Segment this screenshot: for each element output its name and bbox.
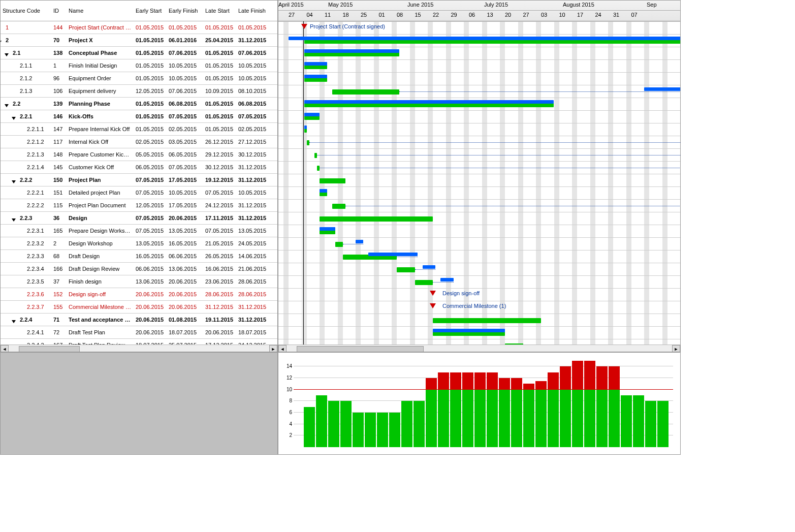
gantt-bar-late[interactable] bbox=[320, 189, 327, 193]
gantt-hscroll[interactable]: ◄ ► bbox=[278, 345, 680, 352]
table-row[interactable]: 2.2.1.1147Prepare Internal Kick Off01.05… bbox=[1, 123, 277, 136]
histogram-bar[interactable] bbox=[572, 361, 583, 447]
table-row[interactable]: 2.2.3.6152Design sign-off20.06.201520.06… bbox=[1, 288, 277, 301]
histogram-bar[interactable] bbox=[621, 395, 632, 447]
gantt-bar-late[interactable] bbox=[368, 253, 417, 256]
gantt-bar-early[interactable] bbox=[415, 280, 433, 285]
histogram-bar[interactable] bbox=[535, 381, 547, 447]
histogram-bar[interactable] bbox=[414, 401, 425, 447]
gantt-bar-late[interactable] bbox=[433, 329, 505, 332]
table-row[interactable]: 2.2.3.368Draft Design16.05.201506.06.201… bbox=[1, 250, 277, 263]
table-row[interactable]: 2.2.1.2117Internal Kick Off02.05.201503.… bbox=[1, 136, 277, 148]
task-table-body[interactable]: 1144Project Start (Contract signed)01.05… bbox=[1, 21, 277, 345]
histogram-bar[interactable] bbox=[365, 413, 376, 447]
histogram-bar[interactable] bbox=[304, 407, 315, 447]
scroll-right-icon[interactable]: ► bbox=[672, 345, 680, 353]
scroll-thumb[interactable] bbox=[19, 346, 80, 352]
table-row[interactable]: 2.2.1.4145Customer Kick Off06.05.201507.… bbox=[1, 161, 277, 174]
histogram-bar[interactable] bbox=[316, 395, 327, 447]
gantt-bar-late[interactable] bbox=[304, 126, 307, 129]
gantt-bar-late[interactable] bbox=[304, 75, 328, 78]
table-row[interactable]: 2.2.4.172Draft Test Plan20.06.201518.07.… bbox=[1, 326, 277, 339]
table-row[interactable]: 2.1.3106Equipment delivery12.05.201507.0… bbox=[1, 85, 277, 98]
table-row[interactable]: 2.2.1146Kick-Offs01.05.201507.05.201501.… bbox=[1, 110, 277, 123]
histogram-bar[interactable] bbox=[487, 372, 498, 447]
gantt-bar-early[interactable] bbox=[433, 318, 541, 323]
table-row[interactable]: 2.2.4.2167Draft Test Plan Review18.07.20… bbox=[1, 339, 277, 345]
histogram-bar[interactable] bbox=[548, 372, 559, 447]
col-late-start[interactable]: Late Start bbox=[203, 7, 236, 15]
table-row[interactable]: 2.1138Conceptual Phase01.05.201507.06.20… bbox=[1, 47, 277, 59]
histogram-bar[interactable] bbox=[474, 372, 486, 447]
gantt-bar-late[interactable] bbox=[320, 227, 335, 231]
col-id[interactable]: ID bbox=[51, 7, 67, 15]
table-row[interactable]: 2.2139Planning Phase01.05.201506.08.2015… bbox=[1, 98, 277, 110]
table-row[interactable]: 2.1.11Finish Initial Design01.05.201510.… bbox=[1, 59, 277, 72]
histogram-bar[interactable] bbox=[426, 378, 437, 447]
gantt-bar-late[interactable] bbox=[423, 265, 435, 269]
histogram-bar[interactable] bbox=[596, 366, 608, 447]
gantt-bar-early[interactable] bbox=[397, 267, 415, 272]
histogram-area[interactable] bbox=[294, 354, 673, 447]
scroll-thumb[interactable] bbox=[297, 346, 424, 352]
gantt-bar-early[interactable] bbox=[335, 242, 343, 247]
histogram-bar[interactable] bbox=[523, 384, 534, 447]
gantt-bar-early[interactable] bbox=[320, 178, 345, 183]
gantt-bar-late[interactable] bbox=[356, 240, 363, 243]
gantt-bar-early[interactable] bbox=[505, 343, 523, 345]
milestone-marker[interactable] bbox=[430, 303, 436, 308]
expand-icon[interactable] bbox=[12, 117, 16, 120]
histogram-bar[interactable] bbox=[499, 378, 510, 447]
table-row[interactable]: 270Project X01.05.201506.01.201625.04.20… bbox=[1, 34, 277, 47]
table-row[interactable]: 2.1.296Equipment Order01.05.201510.05.20… bbox=[1, 72, 277, 85]
gantt-bar-late[interactable] bbox=[440, 278, 453, 281]
gantt-bar-early[interactable] bbox=[332, 89, 399, 95]
col-name[interactable]: Name bbox=[67, 7, 134, 15]
table-row[interactable]: 2.2.2150Project Plan07.05.201517.05.2015… bbox=[1, 174, 277, 186]
gantt-bar-late[interactable] bbox=[304, 100, 554, 104]
gantt-bar-early[interactable] bbox=[314, 153, 317, 158]
histogram-bar[interactable] bbox=[657, 401, 669, 447]
expand-icon[interactable] bbox=[12, 218, 16, 222]
table-row[interactable]: 2.2.2.1151Detailed project Plan07.05.201… bbox=[1, 186, 277, 199]
table-row[interactable]: 2.2.336Design07.05.201520.06.201517.11.2… bbox=[1, 212, 277, 225]
gantt-bar-early[interactable] bbox=[307, 140, 309, 145]
task-table-hscroll[interactable]: ◄ ► bbox=[1, 345, 277, 352]
expand-icon[interactable] bbox=[5, 53, 9, 56]
col-early-finish[interactable]: Early Finish bbox=[167, 7, 203, 15]
histogram-bar[interactable] bbox=[462, 372, 473, 447]
gantt-bar-late[interactable] bbox=[304, 113, 320, 116]
gantt-bar-late[interactable] bbox=[304, 49, 400, 53]
col-early-start[interactable]: Early Start bbox=[134, 7, 167, 15]
histogram-bar[interactable] bbox=[609, 366, 620, 447]
expand-icon[interactable] bbox=[12, 180, 16, 183]
expand-icon[interactable] bbox=[5, 104, 9, 107]
histogram-bar[interactable] bbox=[328, 401, 339, 447]
histogram-bar[interactable] bbox=[340, 401, 352, 447]
histogram-bar[interactable] bbox=[511, 378, 522, 447]
scroll-right-icon[interactable]: ► bbox=[269, 345, 277, 353]
table-row[interactable]: 1144Project Start (Contract signed)01.05… bbox=[1, 21, 277, 34]
histogram-bar[interactable] bbox=[389, 413, 400, 447]
table-row[interactable]: 2.2.2.2115Project Plan Document12.05.201… bbox=[1, 199, 277, 212]
histogram-bar[interactable] bbox=[353, 413, 364, 447]
table-row[interactable]: 2.2.1.3148Prepare Customer Kick Off05.05… bbox=[1, 148, 277, 161]
table-row[interactable]: 2.2.471Test and acceptance plan20.06.201… bbox=[1, 314, 277, 326]
gantt-bar-early[interactable] bbox=[317, 166, 320, 171]
histogram-bar[interactable] bbox=[560, 366, 571, 447]
histogram-bar[interactable] bbox=[645, 401, 656, 447]
table-row[interactable]: 2.2.3.4166Draft Design Review06.06.20151… bbox=[1, 263, 277, 275]
histogram-bar[interactable] bbox=[438, 372, 449, 447]
gantt-bar-late[interactable] bbox=[304, 62, 328, 66]
histogram-bar[interactable] bbox=[377, 413, 388, 447]
table-row[interactable]: 2.2.3.7155Commercial Milestone (1)20.06.… bbox=[1, 301, 277, 314]
milestone-marker[interactable] bbox=[430, 291, 436, 296]
table-row[interactable]: 2.2.3.22Design Workshop13.05.201516.05.2… bbox=[1, 237, 277, 250]
col-structure-code[interactable]: Structure Code bbox=[1, 7, 51, 15]
gantt-bar-late[interactable] bbox=[289, 37, 680, 40]
col-late-finish[interactable]: Late Finish bbox=[236, 7, 272, 15]
gantt-bar-late[interactable] bbox=[644, 87, 680, 91]
table-row[interactable]: 2.2.3.1165Prepare Design Workshop07.05.2… bbox=[1, 225, 277, 237]
gantt-body[interactable]: Project Start (Contract signed)Design si… bbox=[278, 21, 680, 345]
histogram-bar[interactable] bbox=[401, 401, 412, 447]
